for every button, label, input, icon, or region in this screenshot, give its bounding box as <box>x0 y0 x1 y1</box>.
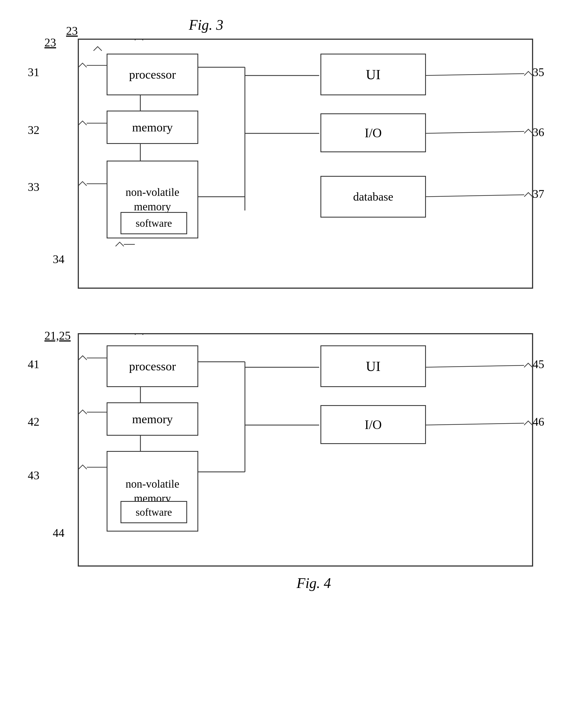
ref23-label: 23 <box>66 24 78 38</box>
ui-block-fig4: UI <box>320 345 426 387</box>
fig3-container: Fig. 3 23 <box>22 17 550 289</box>
memory-block-fig4: memory <box>106 402 198 436</box>
ref43-label: 43 <box>28 469 40 482</box>
ref37-label: 37 <box>532 187 544 201</box>
io-block-fig3: I/O <box>320 113 426 152</box>
ref34-label: 34 <box>53 253 64 266</box>
svg-line-12 <box>424 131 524 133</box>
svg-line-13 <box>424 195 524 197</box>
database-block-fig3: database <box>320 176 426 218</box>
software-block-fig3: software <box>121 212 187 234</box>
svg-line-11 <box>424 74 524 75</box>
ref-23: 23 <box>45 36 56 49</box>
ref2125-label: 21,25 <box>45 329 71 342</box>
memory-block-fig3: memory <box>106 111 198 144</box>
io-block-fig4: I/O <box>320 405 426 444</box>
fig3-label: Fig. 3 <box>189 17 223 33</box>
ref35-label: 35 <box>532 66 544 79</box>
page: Fig. 3 23 <box>0 0 572 728</box>
ref36-label: 36 <box>532 126 544 139</box>
svg-line-26 <box>424 423 524 425</box>
ref41-label: 41 <box>28 358 40 371</box>
ui-block-fig3: UI <box>320 54 426 95</box>
software-block-fig4: software <box>121 501 187 523</box>
ref44-label: 44 <box>53 526 64 540</box>
ref31-label: 31 <box>28 66 40 79</box>
processor-block-fig3: processor <box>106 54 198 95</box>
ref45-label: 45 <box>532 358 544 371</box>
ref32-label: 32 <box>28 123 40 137</box>
ref46-label: 46 <box>532 415 544 428</box>
ref42-label: 42 <box>28 415 40 428</box>
fig4-label: Fig. 4 <box>297 575 331 591</box>
processor-block-fig4: processor <box>106 345 198 387</box>
svg-line-25 <box>424 365 524 367</box>
fig4-container: 21,25 <box>22 333 550 591</box>
ref33-label: 33 <box>28 180 40 194</box>
